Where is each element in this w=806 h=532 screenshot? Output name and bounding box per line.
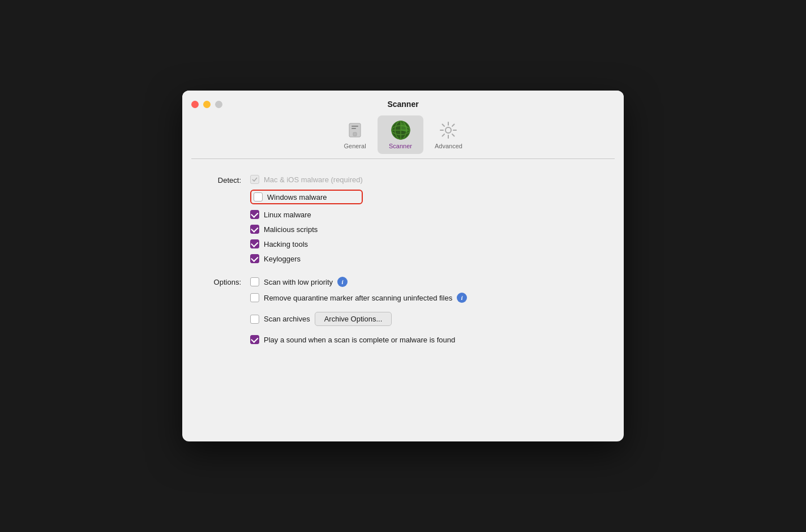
detect-linux-checkbox[interactable]: [250, 210, 259, 219]
minimize-button[interactable]: [203, 101, 211, 108]
low-priority-info-icon[interactable]: [337, 277, 348, 287]
option-quarantine-row: Remove quarantine marker after scanning …: [250, 293, 467, 303]
svg-line-18: [443, 134, 445, 136]
detect-windows-row: Windows malware: [250, 190, 363, 204]
detect-malicious-scripts-row: Malicious scripts: [250, 225, 363, 234]
option-quarantine-checkbox[interactable]: [250, 293, 259, 302]
titlebar: Scanner General: [182, 91, 624, 159]
detect-mac-ios-row: Mac & iOS malware (required): [250, 175, 363, 184]
svg-rect-1: [351, 126, 358, 127]
svg-line-17: [452, 125, 455, 127]
tab-general[interactable]: General: [332, 115, 378, 154]
detect-hacking-tools-label: Hacking tools: [264, 240, 308, 248]
toolbar: General Scanner: [332, 115, 474, 154]
svg-line-16: [452, 134, 455, 136]
option-low-priority-row: Scan with low priority: [250, 277, 467, 287]
option-scan-archives-row: Scan archives Archive Options...: [250, 312, 467, 326]
option-play-sound-checkbox[interactable]: [250, 335, 259, 344]
detect-items: Mac & iOS malware (required) Windows mal…: [250, 175, 363, 263]
detect-hacking-tools-row: Hacking tools: [250, 239, 363, 248]
detect-windows-checkbox[interactable]: [254, 192, 263, 201]
detect-mac-ios-label: Mac & iOS malware (required): [264, 175, 363, 184]
option-low-priority-checkbox[interactable]: [250, 277, 259, 286]
detect-malicious-scripts-checkbox[interactable]: [250, 225, 259, 234]
tab-general-label: General: [344, 143, 366, 149]
detect-hacking-tools-checkbox[interactable]: [250, 239, 259, 248]
option-quarantine-label: Remove quarantine marker after scanning …: [264, 294, 452, 302]
detect-malicious-scripts-label: Malicious scripts: [264, 225, 318, 234]
general-icon: [345, 120, 365, 140]
detect-windows-label: Windows malware: [267, 193, 327, 201]
detect-section: Detect: Mac & iOS malware (required) Win…: [205, 175, 601, 263]
options-items: Scan with low priority Remove quarantine…: [250, 277, 467, 344]
close-button[interactable]: [191, 101, 199, 108]
option-play-sound-label: Play a sound when a scan is complete or …: [264, 336, 455, 344]
option-low-priority-label: Scan with low priority: [264, 278, 333, 286]
options-section: Options: Scan with low priority Remove q…: [205, 277, 601, 344]
options-label: Options:: [205, 277, 250, 344]
detect-mac-ios-checkbox[interactable]: [250, 175, 259, 184]
detect-linux-label: Linux malware: [264, 211, 311, 219]
detect-keyloggers-label: Keyloggers: [264, 255, 301, 263]
archive-options-button[interactable]: Archive Options...: [315, 312, 392, 326]
svg-point-10: [445, 127, 451, 133]
traffic-lights: [191, 101, 222, 108]
tab-scanner-label: Scanner: [389, 143, 412, 149]
toolbar-divider: [191, 158, 615, 159]
option-scan-archives-label: Scan archives: [264, 315, 310, 323]
tab-scanner[interactable]: Scanner: [378, 115, 423, 154]
svg-rect-3: [353, 132, 357, 136]
tab-advanced-label: Advanced: [435, 143, 462, 149]
detect-keyloggers-checkbox[interactable]: [250, 254, 259, 263]
detect-keyloggers-row: Keyloggers: [250, 254, 363, 263]
advanced-icon: [438, 120, 458, 140]
tab-advanced[interactable]: Advanced: [423, 115, 474, 154]
detect-linux-row: Linux malware: [250, 210, 363, 219]
detect-label: Detect:: [205, 175, 250, 263]
main-window: Scanner General: [182, 91, 624, 441]
maximize-button[interactable]: [215, 101, 222, 108]
content-area: Detect: Mac & iOS malware (required) Win…: [182, 159, 624, 441]
window-title: Scanner: [387, 100, 418, 109]
svg-rect-2: [351, 128, 356, 129]
option-scan-archives-checkbox[interactable]: [250, 315, 259, 324]
svg-line-15: [443, 125, 445, 127]
scanner-icon: [391, 120, 411, 140]
option-play-sound-row: Play a sound when a scan is complete or …: [250, 335, 467, 344]
quarantine-info-icon[interactable]: [457, 293, 467, 303]
